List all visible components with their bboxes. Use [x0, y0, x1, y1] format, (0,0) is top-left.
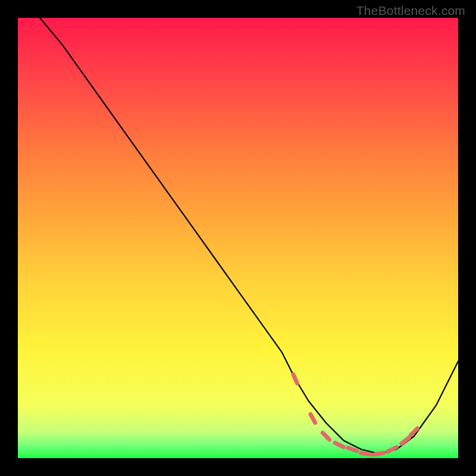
chart-container: TheBottleneck.com: [0, 0, 476, 476]
chart-svg: [18, 18, 458, 458]
marker-optimal-zone-markers: [374, 453, 384, 455]
plot-area: [18, 18, 458, 458]
watermark-text: TheBottleneck.com: [356, 4, 465, 18]
gradient-background: [18, 18, 458, 458]
marker-optimal-zone-markers: [361, 453, 371, 455]
marker-optimal-zone-markers: [348, 448, 357, 451]
